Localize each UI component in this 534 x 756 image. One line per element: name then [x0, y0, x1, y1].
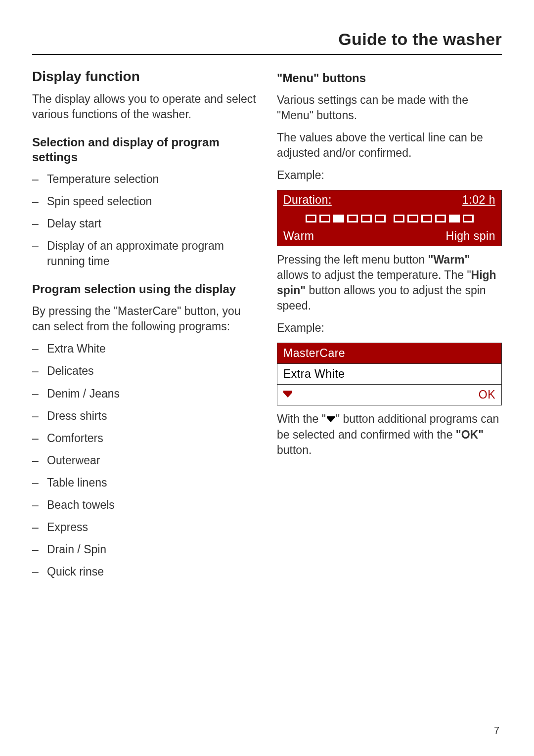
text-fragment: Pressing the left menu button	[277, 253, 428, 266]
warm-label: Warm	[283, 229, 314, 243]
mastercare-item-text: Extra White	[283, 367, 345, 381]
lcd-row-duration: Duration: 1:02 h	[277, 190, 501, 210]
ok-label: OK	[479, 388, 495, 401]
list-item: Quick rinse	[32, 564, 257, 579]
warm-bold: "Warm"	[428, 253, 470, 266]
segment-icon	[449, 215, 460, 222]
duration-value: 1:02 h	[462, 193, 495, 207]
mastercare-title-text: MasterCare	[283, 347, 345, 360]
lcd-display-mastercare: MasterCare Extra White OK	[277, 343, 502, 405]
list-item: Express	[32, 520, 257, 535]
display-function-intro: The display allows you to operate and se…	[32, 91, 257, 122]
mastercare-program-list: Extra White Delicates Denim / Jeans Dres…	[32, 341, 257, 579]
lcd-row-options: Warm High spin	[277, 226, 501, 246]
lcd-mastercare-title: MasterCare	[277, 343, 502, 364]
text-fragment: button allows you to adjust the spin spe…	[277, 284, 486, 312]
list-item: Outerwear	[32, 453, 257, 468]
menu-buttons-subhead: "Menu" buttons	[277, 71, 502, 86]
segment-icon	[407, 215, 418, 222]
lcd-mastercare-item: Extra White	[277, 364, 502, 385]
high-spin-label: High spin	[446, 229, 495, 243]
list-item: Delicates	[32, 363, 257, 379]
list-item: Beach towels	[32, 497, 257, 513]
lcd-row-segments	[277, 210, 501, 226]
segment-icon	[435, 215, 446, 222]
segment-icon	[394, 215, 404, 222]
text-fragment: button.	[277, 444, 312, 456]
segment-icon	[463, 215, 474, 222]
menu-buttons-p2: The values above the vertical line can b…	[277, 130, 502, 161]
ok-bold: "OK"	[456, 428, 484, 441]
right-column: "Menu" buttons Various settings can be m…	[277, 69, 502, 587]
list-item: Delay start	[32, 216, 257, 231]
warm-highspin-paragraph: Pressing the left menu button "Warm" all…	[277, 252, 502, 313]
left-column: Display function The display allows you …	[32, 69, 257, 587]
mastercare-intro: By pressing the "MasterCare" button, you…	[32, 304, 257, 334]
program-settings-list: Temperature selection Spin speed selecti…	[32, 172, 257, 269]
list-item: Spin speed selection	[32, 194, 257, 209]
list-item: Temperature selection	[32, 172, 257, 187]
program-settings-subhead: Selection and display of program setting…	[32, 135, 257, 165]
duration-label: Duration:	[283, 193, 332, 207]
list-item: Drain / Spin	[32, 542, 257, 557]
segment-icon	[421, 215, 432, 222]
list-item: Table linens	[32, 475, 257, 490]
segment-icon	[375, 215, 386, 222]
two-column-layout: Display function The display allows you …	[32, 69, 502, 587]
down-arrow-icon	[283, 393, 292, 398]
lcd-display-duration: Duration: 1:02 h	[277, 190, 502, 246]
segment-group-right	[394, 215, 474, 222]
down-arrow-icon	[327, 418, 335, 422]
segment-icon	[333, 215, 344, 222]
example-label-2: Example:	[277, 320, 502, 336]
page-number: 7	[494, 725, 499, 736]
program-selection-subhead: Program selection using the display	[32, 282, 257, 297]
segment-icon	[319, 215, 330, 222]
display-function-heading: Display function	[32, 69, 257, 85]
list-item: Denim / Jeans	[32, 386, 257, 401]
page-header: Guide to the washer	[32, 30, 502, 55]
list-item: Extra White	[32, 341, 257, 356]
list-item: Dress shirts	[32, 408, 257, 424]
segment-icon	[361, 215, 372, 222]
ok-paragraph: With the "" button additional programs c…	[277, 411, 502, 457]
list-item: Display of an approximate program runnin…	[32, 238, 257, 269]
example-label-1: Example:	[277, 168, 502, 183]
menu-buttons-p1: Various settings can be made with the "M…	[277, 92, 502, 123]
text-fragment: With the "	[277, 412, 326, 425]
segment-icon	[347, 215, 358, 222]
text-fragment: allows to adjust the temperature. The "	[277, 268, 471, 281]
lcd-mastercare-controls: OK	[277, 385, 502, 405]
list-item: Comforters	[32, 431, 257, 446]
segment-group-left	[306, 215, 386, 222]
segment-icon	[306, 215, 316, 222]
